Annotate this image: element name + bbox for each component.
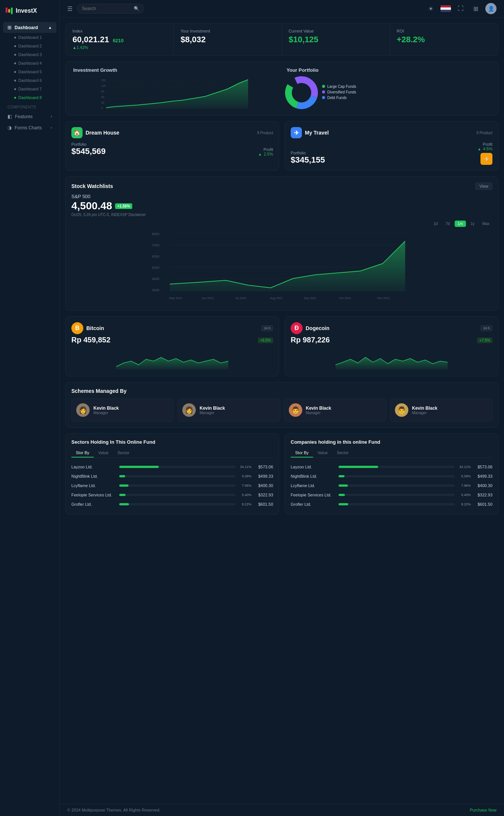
flag-icon[interactable] — [440, 5, 451, 12]
sidebar-item-dash8[interactable]: Dashboard 8 — [3, 93, 56, 102]
stock-change-badge: +1.56% — [115, 203, 132, 209]
dot-icon — [14, 71, 16, 73]
time-btn-7d[interactable]: 7d — [443, 221, 453, 227]
travel-profit: Profit ▲ 4.5% — [477, 142, 492, 151]
company-pct-3: 5.40% — [458, 493, 471, 497]
search-input[interactable] — [82, 6, 131, 11]
sector-name-3: Feelopie Services Ltd. — [71, 493, 116, 497]
legend-label-2: Debt Funds — [327, 96, 347, 100]
sector-row-0: Layzoo Ltd. 34.11% $573.06 — [71, 462, 273, 472]
sectors-tab-value[interactable]: Value — [94, 449, 113, 458]
dogecoin-title: Ð Dogecoin — [291, 322, 330, 334]
time-btn-max[interactable]: Max — [479, 221, 492, 227]
invest-cards: 🏠 Dream House 9 Product Portfolio $545,5… — [65, 121, 498, 171]
company-row-3: Feelopie Services Ltd. 5.40% $322.93 — [291, 490, 492, 500]
sectors-tab-storby[interactable]: Stor By — [71, 449, 94, 458]
legend-label-1: Diversified Funds — [327, 90, 356, 94]
watchlist-view-btn[interactable]: View — [475, 182, 492, 190]
sidebar-item-dash5[interactable]: Dashboard 5 — [3, 68, 56, 76]
features-label: Features — [15, 114, 33, 119]
sidebar-item-dash2[interactable]: Dashboard 2 — [3, 42, 56, 50]
sectors-title: Sectors Holding In This Online Fund — [71, 439, 273, 445]
sidebar-item-dash6[interactable]: Dashboard 6 — [3, 76, 56, 84]
company-pct-1: 5.09% — [458, 474, 471, 478]
scheme-avatar-1: 👩 — [182, 403, 196, 417]
company-bar-3 — [338, 494, 345, 496]
logo-icon — [6, 7, 13, 14]
svg-text:90: 90 — [101, 90, 104, 93]
scheme-name-0: Kevin Black — [93, 406, 119, 411]
bitcoin-change: +6.5% — [258, 338, 273, 343]
sector-bar-3 — [119, 494, 126, 496]
nav-item-forms-charts[interactable]: ◑ Forms Charts › — [3, 122, 56, 133]
stock-name: S&P 500 — [71, 194, 492, 199]
dream-house-portfolio: Portfolio $545,569 — [71, 142, 106, 156]
scheme-info-1: Kevin Black Manager — [200, 406, 225, 415]
companies-tab-storby[interactable]: Stor By — [291, 449, 313, 458]
watchlist-header: Stock Watchlists View — [71, 182, 492, 190]
stock-date: Oct25, 5:26 pm UTC-5, INDEXSP Disclaimer — [71, 213, 492, 217]
sectors-card: Sectors Holding In This Online Fund Stor… — [65, 433, 279, 515]
dash6-label: Dashboard 6 — [18, 78, 42, 83]
time-btn-1m[interactable]: 1m — [455, 221, 466, 227]
forms-label: Forms Charts — [15, 125, 42, 130]
sector-name-4: Grofler Ltd. — [71, 502, 116, 506]
hamburger-icon[interactable]: ☰ — [67, 5, 72, 12]
chevron-down-icon: ▲ — [48, 25, 52, 30]
invest-card-travel: ✈ My Travel 9 Product Portfolio $345,155… — [285, 121, 498, 171]
logo: InvestX — [0, 4, 59, 22]
companies-tab-sector[interactable]: Sector — [332, 449, 353, 458]
main-area: ☰ 🔍 ☀ ⛶ ⊞ 👤 Index 60,021.21 6210 ▲1.42% — [60, 0, 504, 816]
sectors-tab-sector[interactable]: Sector — [113, 449, 134, 458]
profit-val-0: 2.5% — [264, 152, 273, 156]
footer-copyright: © 2024 Multipurpose Themes. All Rights R… — [67, 808, 160, 812]
dream-house-profit: Profit ▲ 2.5% — [258, 147, 273, 156]
chevron-right-icon: › — [51, 126, 52, 130]
svg-text:Oct 2021: Oct 2021 — [339, 296, 352, 300]
legend-large-cap: Large Cap Funds — [322, 84, 356, 89]
avatar[interactable]: 👤 — [485, 3, 497, 14]
nav-item-features[interactable]: ◧ Features › — [3, 111, 56, 122]
portfolio-legend: Large Cap Funds Diversified Funds Debt F… — [322, 84, 356, 101]
brightness-icon[interactable]: ☀ — [426, 3, 436, 14]
sidebar-item-dash3[interactable]: Dashboard 3 — [3, 50, 56, 59]
time-btn-1y[interactable]: 1y — [468, 221, 478, 227]
grid-icon[interactable]: ⊞ — [470, 3, 481, 14]
dream-house-bottom: Portfolio $545,569 Profit ▲ 2.5% — [71, 142, 273, 156]
crypto-row: B Bitcoin 24 h Rp 459,852 +6.5% — [65, 316, 498, 376]
purchase-now-link[interactable]: Purchase Now — [470, 808, 497, 812]
stats-row: Index 60,021.21 6210 ▲1.42% Your Investm… — [65, 23, 498, 56]
portfolio-value-0: $545,569 — [71, 147, 106, 156]
index-num: 6210 — [113, 38, 124, 43]
stat-index: Index 60,021.21 6210 ▲1.42% — [66, 24, 174, 55]
invest-card-dream-house: 🏠 Dream House 9 Product Portfolio $545,5… — [65, 121, 279, 171]
sidebar-item-dash4[interactable]: Dashboard 4 — [3, 59, 56, 67]
chevron-right-icon: › — [51, 114, 52, 118]
dot-icon — [14, 62, 16, 64]
dot-icon — [14, 54, 16, 56]
legend-dot-blue — [322, 96, 325, 99]
scheme-avatar-2: 👨 — [289, 403, 302, 417]
sidebar-item-dash7[interactable]: Dashboard 7 — [3, 85, 56, 93]
scheme-avatar-0: 👩 — [76, 403, 90, 417]
company-bar-2 — [338, 484, 348, 487]
dream-house-title: 🏠 Dream House — [71, 127, 119, 138]
svg-text:Jul 2021: Jul 2021 — [235, 296, 247, 300]
nav-item-dashboard[interactable]: ⊞ Dashboard ▲ — [3, 22, 56, 33]
travel-bottom: Portfolio $345,155 Profit ▲ 4.5% ✈ — [291, 142, 492, 165]
scheme-info-2: Kevin Black Manager — [306, 406, 331, 415]
companies-tab-value[interactable]: Value — [313, 449, 332, 458]
growth-portfolio-card: Investment Growth — [65, 61, 498, 116]
svg-text:8000: 8000 — [152, 232, 160, 236]
scheme-name-3: Kevin Black — [412, 406, 437, 411]
fullscreen-icon[interactable]: ⛶ — [455, 3, 466, 14]
svg-text:5000: 5000 — [152, 266, 160, 270]
sidebar-item-dash1[interactable]: Dashboard 1 — [3, 33, 56, 41]
company-name-3: Feelopie Services Ltd. — [291, 493, 336, 497]
stock-price: 4,500.48 +1.56% — [71, 200, 492, 212]
time-btn-1d[interactable]: 1d — [430, 221, 440, 227]
search-box[interactable]: 🔍 — [77, 4, 144, 13]
svg-text:60: 60 — [101, 96, 104, 98]
sector-progress-0 — [119, 466, 235, 468]
legend-dot-green — [322, 85, 325, 88]
